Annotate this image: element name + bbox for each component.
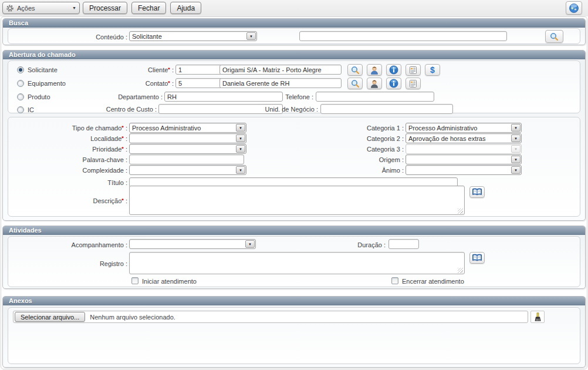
dollar-icon: $ xyxy=(430,65,435,75)
resize-grip[interactable] xyxy=(458,208,463,214)
cliente-action-buttons: $ xyxy=(347,64,440,76)
abertura-panel-title: Abertura do chamado xyxy=(3,51,585,59)
cliente-finance-button[interactable]: $ xyxy=(425,64,440,76)
categoria3-label: Categoria 3 : xyxy=(310,146,404,153)
conteudo-select[interactable]: Solicitante ▼ xyxy=(129,31,257,41)
descricao-label: Descrição* : xyxy=(28,197,127,204)
book-icon xyxy=(472,254,482,262)
acompanhamento-select[interactable]: ▼ xyxy=(129,239,256,249)
contato-info-button[interactable] xyxy=(386,78,401,89)
form-container: Busca Conteúdo : Solicitante ▼ Abertura … xyxy=(1,16,587,369)
cliente-search-button[interactable] xyxy=(347,64,363,76)
resize-grip[interactable] xyxy=(458,268,463,273)
chevron-down-icon: ▼ xyxy=(511,156,521,163)
categoria3-select: ▼ xyxy=(405,144,522,154)
descricao-knowledge-base-button[interactable] xyxy=(469,186,485,198)
chevron-down-icon: ▼ xyxy=(236,145,245,153)
abertura-panel: Abertura do chamado Solicitante Equipame… xyxy=(2,50,586,221)
animo-select[interactable]: ▼ xyxy=(405,165,522,175)
contato-action-buttons xyxy=(347,78,421,89)
unid-negocio-label: Unid. de Negócio : xyxy=(248,106,318,113)
complexidade-select[interactable]: ▼ xyxy=(129,165,246,175)
palavra-chave-input[interactable] xyxy=(129,154,244,164)
close-button[interactable]: Fechar xyxy=(131,2,166,14)
busca-search-button[interactable] xyxy=(545,30,563,43)
cliente-info-button[interactable] xyxy=(386,64,401,76)
encerrar-atendimento-label[interactable]: Encerrar atendimento xyxy=(402,278,464,285)
radio-equipamento[interactable] xyxy=(17,80,24,87)
conteudo-label: Conteúdo : xyxy=(32,33,127,41)
document-icon xyxy=(409,79,417,88)
anexos-panel-title: Anexos xyxy=(3,297,585,305)
iniciar-atendimento-label[interactable]: Iniciar atendimento xyxy=(142,278,197,285)
clear-attachment-button[interactable] xyxy=(530,311,545,323)
centro-custo-label: Centro de Custo : xyxy=(61,106,157,113)
prioridade-label: Prioridade* : xyxy=(28,146,127,153)
radio-produto-label[interactable]: Produto xyxy=(28,93,50,100)
contato-notes-button[interactable] xyxy=(405,78,421,89)
cliente-name-input[interactable] xyxy=(219,65,342,75)
document-icon xyxy=(409,66,417,75)
radio-ic[interactable] xyxy=(17,106,24,113)
busca-panel: Busca Conteúdo : Solicitante ▼ xyxy=(2,18,586,45)
contato-profile-button[interactable] xyxy=(367,78,382,89)
prioridade-select[interactable]: ▼ xyxy=(129,144,246,154)
select-file-button[interactable]: Selecionar arquivo... xyxy=(15,312,85,322)
palavra-chave-label: Palavra-chave : xyxy=(28,156,127,163)
busca-search-input[interactable] xyxy=(299,31,507,41)
process-button[interactable]: Processar xyxy=(83,2,127,14)
file-status-text: Nenhum arquivo selecionado. xyxy=(90,314,175,321)
radio-produto[interactable] xyxy=(17,93,24,100)
iniciar-atendimento-checkbox[interactable] xyxy=(131,277,138,284)
origem-label: Origem : xyxy=(310,156,404,163)
atividades-group: Acompanhamento : ▼ Duração : Registro : … xyxy=(8,236,580,287)
person-icon xyxy=(370,66,379,75)
cliente-profile-button[interactable] xyxy=(367,64,382,76)
file-upload-field: Selecionar arquivo... Nenhum arquivo sel… xyxy=(13,311,528,323)
anexos-group: Selecionar arquivo... Nenhum arquivo sel… xyxy=(8,307,580,364)
globe-icon xyxy=(569,3,579,14)
atividades-panel-title: Atividades xyxy=(3,226,585,235)
categoria1-select[interactable]: Processo Administrativo▼ xyxy=(405,123,522,133)
help-button[interactable]: Ajuda xyxy=(170,2,201,14)
titulo-label: Título : xyxy=(28,179,127,186)
contato-name-input[interactable] xyxy=(219,78,342,88)
cliente-notes-button[interactable] xyxy=(405,64,421,76)
gear-icon xyxy=(6,4,14,12)
radio-solicitante-label[interactable]: Solicitante xyxy=(28,66,58,73)
chevron-down-icon: ▼ xyxy=(245,240,255,248)
chevron-down-icon: ▼ xyxy=(511,145,521,153)
unid-negocio-input[interactable] xyxy=(320,104,453,114)
tipo-chamado-label: Tipo de chamado* : xyxy=(28,125,127,132)
person-icon xyxy=(370,79,379,88)
radio-equipamento-label[interactable]: Equipamento xyxy=(28,80,66,87)
registro-textarea[interactable] xyxy=(129,252,465,274)
chevron-down-icon: ▼ xyxy=(236,166,245,174)
radio-ic-label[interactable]: IC xyxy=(28,106,34,113)
descricao-textarea[interactable] xyxy=(129,186,465,215)
actions-dropdown[interactable]: Ações ▼ xyxy=(2,2,80,14)
actions-dropdown-label: Ações xyxy=(17,5,35,12)
categoria2-select[interactable]: Aprovação de horas extras▼ xyxy=(405,133,522,143)
acompanhamento-label: Acompanhamento : xyxy=(28,241,127,248)
duracao-input[interactable] xyxy=(388,239,419,249)
origem-select[interactable]: ▼ xyxy=(405,154,522,164)
encerrar-atendimento-checkbox[interactable] xyxy=(391,277,398,284)
chevron-down-icon: ▼ xyxy=(236,124,245,132)
categoria1-label: Categoria 1 : xyxy=(310,125,404,132)
registro-knowledge-base-button[interactable] xyxy=(469,252,485,264)
anexos-panel: Anexos Selecionar arquivo... Nenhum arqu… xyxy=(2,296,586,368)
radio-solicitante[interactable] xyxy=(17,66,24,73)
chevron-down-icon: ▼ xyxy=(511,166,521,174)
telefone-input[interactable] xyxy=(316,92,434,102)
animo-label: Ânimo : xyxy=(310,167,404,174)
departamento-label: Departamento : xyxy=(67,93,163,100)
registro-label: Registro : xyxy=(28,260,127,267)
chevron-down-icon: ▼ xyxy=(246,32,256,40)
contato-search-button[interactable] xyxy=(347,78,363,89)
localidade-select[interactable]: ▼ xyxy=(129,133,246,143)
language-globe-button[interactable] xyxy=(566,1,582,15)
contato-label: Contato* : xyxy=(79,80,174,87)
tipo-chamado-select[interactable]: Processo Administrativo▼ xyxy=(129,123,246,133)
abertura-classification-group: Tipo de chamado* : Processo Administrati… xyxy=(8,117,580,217)
